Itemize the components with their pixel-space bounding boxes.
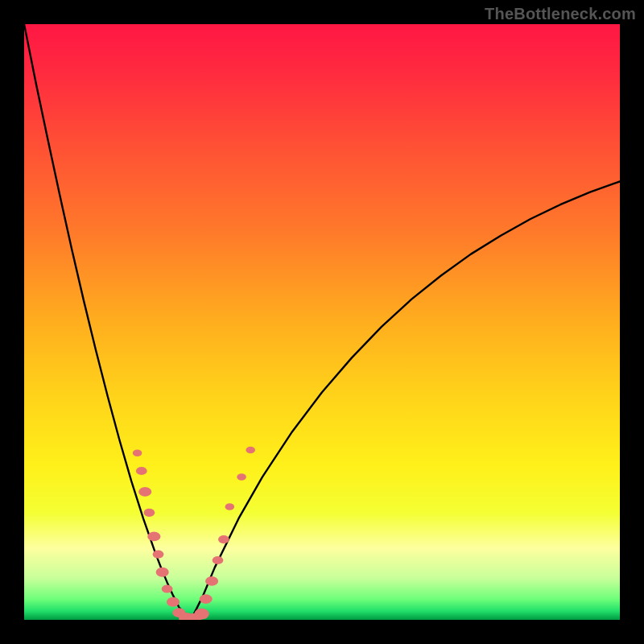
- data-marker: [237, 473, 246, 481]
- data-marker: [133, 450, 142, 457]
- chart-svg: [24, 24, 620, 620]
- data-marker: [205, 576, 218, 586]
- data-marker: [147, 531, 160, 541]
- chart-plot-area: [24, 24, 620, 620]
- data-marker: [138, 487, 151, 497]
- chart-background: [24, 24, 620, 620]
- data-marker: [156, 568, 169, 577]
- data-marker: [213, 556, 224, 564]
- data-marker: [167, 597, 180, 607]
- data-marker: [246, 447, 255, 454]
- data-marker: [225, 503, 235, 510]
- data-marker: [153, 551, 164, 559]
- data-marker: [218, 535, 229, 543]
- data-marker: [144, 509, 155, 517]
- data-marker: [136, 467, 147, 475]
- app-frame: TheBottleneck.com: [0, 0, 644, 644]
- data-marker: [194, 609, 208, 620]
- data-marker: [200, 594, 213, 604]
- watermark-text: TheBottleneck.com: [485, 5, 636, 23]
- data-marker: [162, 584, 173, 592]
